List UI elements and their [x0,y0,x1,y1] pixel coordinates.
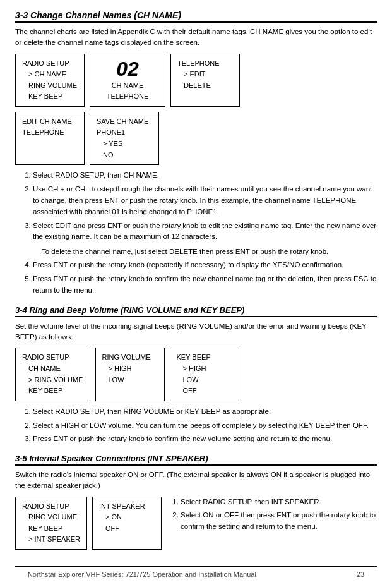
section35-steps-col: Select RADIO SETUP, then INT SPEAKER. Se… [169,497,377,555]
s34b1-line4: KEY BEEP [22,385,83,397]
section33-box5: SAVE CH NAME PHONE1 > YES NO [90,112,159,165]
section35-content: RADIO SETUP RING VOLUME KEY BEEP > INT S… [15,497,377,555]
box4-line1: EDIT CH NAME [22,116,78,128]
section33-title: 3-3 Change Channel Names (CH NAME) [15,10,377,23]
section33-intro: The channel charts are listed in Appendi… [15,27,377,49]
section33-steps: Select RADIO SETUP, then CH NAME. Use CH… [33,170,377,243]
box4-line2: TELEPHONE [22,127,78,138]
box3-line3: DELETE [177,80,233,92]
section34-step3: Press ENT or push the rotary knob to con… [33,433,377,445]
section35-step1: Select RADIO SETUP, then INT SPEAKER. [181,497,377,508]
section35-steps: Select RADIO SETUP, then INT SPEAKER. Se… [181,497,377,533]
box3-line2: > EDIT [177,69,233,80]
section35-box1: RADIO SETUP RING VOLUME KEY BEEP > INT S… [15,497,87,550]
box5-line3: > YES [97,138,152,150]
s35b1-line3: KEY BEEP [22,523,80,535]
box1-line3: RING VOLUME [22,80,78,92]
box1-line2: > CH NAME [22,69,78,80]
box5-line1: SAVE CH NAME [97,116,152,128]
section34-box-row: RADIO SETUP CH NAME > RING VOLUME KEY BE… [15,348,377,401]
section34-title: 3-4 Ring and Beep Volume (RING VOLUME an… [15,305,377,317]
box2-line2: TELEPHONE [107,91,149,102]
section33-step5: Press ENT or push the rotary knob to con… [33,274,377,296]
box1-line4: KEY BEEP [22,91,78,102]
section35-step2: Select ON or OFF then press ENT or push … [181,510,377,533]
section33-step2: Use CH + or CH - to step through the cha… [33,184,377,217]
section33-step4: Press ENT or push the rotary knob (repea… [33,260,377,271]
box1-line1: RADIO SETUP [22,58,78,70]
s34b3-line3: LOW [177,375,232,386]
footer: Northstar Explorer VHF Series: 721/725 O… [15,566,377,578]
section33-step3: Select EDIT and press ENT or push the ro… [33,221,377,243]
s35b2-line1: INT SPEAKER [99,501,155,512]
s34b2-line1: RING VOLUME [102,352,158,363]
section35-box2: INT SPEAKER > ON OFF [92,497,162,550]
section35-boxes: RADIO SETUP RING VOLUME KEY BEEP > INT S… [15,497,162,555]
footer-text: Northstar Explorer VHF Series: 721/725 O… [28,571,256,578]
s35b1-line4: > INT SPEAKER [22,534,80,545]
section34-steps: Select RADIO SETUP, then RING VOLUME or … [33,406,377,445]
s34b1-line3: > RING VOLUME [22,375,83,386]
box5-line2: PHONE1 [97,127,152,138]
s34b2-line3: LOW [102,375,158,386]
section35-box-row: RADIO SETUP RING VOLUME KEY BEEP > INT S… [15,497,162,550]
box2-number: 02 [116,58,139,80]
section33-steps-cont: Press ENT or push the rotary knob (repea… [33,260,377,296]
s34b2-line2: > HIGH [102,363,158,375]
section34-step1: Select RADIO SETUP, then RING VOLUME or … [33,406,377,418]
s35b2-line2: > ON [99,512,155,523]
section35-intro: Switch the radio's internal speaker ON o… [15,469,377,492]
footer-page: 23 [357,571,364,578]
s34b3-line4: OFF [177,385,232,397]
s35b1-line1: RADIO SETUP [22,501,80,512]
s35b1-line2: RING VOLUME [22,512,80,523]
section33-step1: Select RADIO SETUP, then CH NAME. [33,170,377,181]
section33-box-row2: EDIT CH NAME TELEPHONE SAVE CH NAME PHON… [15,112,377,165]
box2-line1: CH NAME [112,80,144,92]
section33-box1: RADIO SETUP > CH NAME RING VOLUME KEY BE… [15,54,85,107]
section33-note3: To delete the channel name, just select … [42,246,377,257]
section34-step2: Select a HIGH or LOW volume. You can tur… [33,420,377,432]
section34-box3: KEY BEEP > HIGH LOW OFF [170,348,239,401]
s34b3-line1: KEY BEEP [177,352,232,363]
s34b1-line2: CH NAME [22,363,83,375]
section34-box1: RADIO SETUP CH NAME > RING VOLUME KEY BE… [15,348,90,401]
box5-line4: NO [97,150,152,161]
s35b2-line3: OFF [99,523,155,535]
box3-line1: TELEPHONE [177,58,233,70]
s34b1-line1: RADIO SETUP [22,352,83,363]
section33-box-row1: RADIO SETUP > CH NAME RING VOLUME KEY BE… [15,54,377,107]
s34b3-line2: > HIGH [177,363,232,375]
section34-box2: RING VOLUME > HIGH LOW [95,348,165,401]
section34-intro: Set the volume level of the incoming sig… [15,321,377,343]
section35-title: 3-5 Internal Speaker Connections (INT SP… [15,454,377,466]
section33-box4: EDIT CH NAME TELEPHONE [15,112,85,165]
section33-box3: TELEPHONE > EDIT DELETE [170,54,240,107]
section33-box2: 02 CH NAME TELEPHONE [90,54,165,107]
